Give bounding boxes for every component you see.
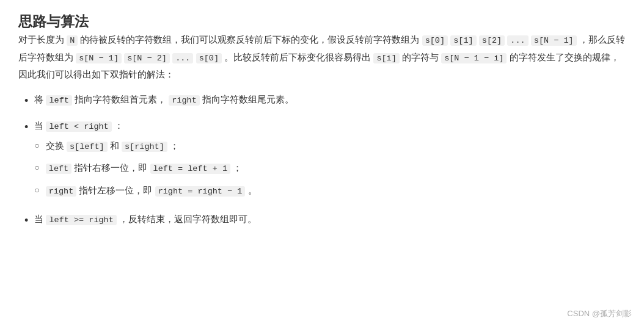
main-list: • 将 left 指向字符数组首元素， right 指向字符数组尾元素。 • 当… [18,91,626,231]
bullet-dot-2: • [24,117,28,137]
bullet-dot-3: • [24,210,28,231]
sub-dot-3: ○ [34,182,39,198]
code-right-eq: right = right − 1 [155,186,246,197]
code-sleft: s[left] [67,142,108,152]
code-dots2: ... [172,53,193,63]
code-si: s[i] [373,53,399,63]
page-container: 思路与算法 对于长度为 N 的待被反转的字符数组，我们可以观察反转前后下标的变化… [18,12,626,231]
footer-credit: CSDN @孤芳剑影 [567,308,632,319]
intro-paragraph: 对于长度为 N 的待被反转的字符数组，我们可以观察反转前后下标的变化，假设反转前… [18,31,626,84]
sub-list: ○ 交换 s[left] 和 s[right] ； ○ left 指针右移一位，… [34,137,626,200]
code-left-eq: left = left + 1 [150,164,231,174]
code-right-1: right [169,95,200,106]
bullet-item-3: • 当 left >= right ，反转结束，返回字符数组即可。 [24,211,626,231]
sub-item-3: ○ right 指针左移一位，即 right = right − 1 。 [34,182,626,200]
code-dots1: ... [507,35,528,46]
bullet-item-1: • 将 left 指向字符数组首元素， right 指向字符数组尾元素。 [24,91,626,111]
sub-dot-2: ○ [34,159,39,176]
sub-1-text: 交换 s[left] 和 s[right] ； [46,137,179,155]
bullet-3-text: 当 left >= right ，反转结束，返回字符数组即可。 [34,211,626,228]
sub-dot-1: ○ [34,137,39,154]
code-sright: s[right] [122,142,167,152]
code-s0-2: s[0] [196,53,222,63]
bullet-dot-1: • [24,90,28,111]
code-right-2: right [46,186,77,197]
sub-2-text: left 指针右移一位，即 left = left + 1 ； [46,159,242,177]
sub-item-1: ○ 交换 s[left] 和 s[right] ； [34,137,626,155]
code-left-1: left [46,95,71,106]
code-N: N [67,35,78,46]
code-sn-1: s[N − 1] [76,53,122,63]
code-s1: s[1] [450,35,476,46]
sub-item-2: ○ left 指针右移一位，即 left = left + 1 ； [34,159,626,177]
page-title: 思路与算法 [18,12,626,31]
code-s2: s[2] [479,35,505,46]
code-sn-2: s[N − 2] [124,53,170,63]
code-sn1: s[N − 1] [531,35,577,46]
bullet-item-2: • 当 left < right ： ○ 交换 s[left] 和 s[righ… [24,117,626,204]
code-sn1i: s[N − 1 − i] [441,53,507,63]
code-s0: s[0] [422,35,448,46]
code-left-2: left [46,164,71,174]
sub-3-text: right 指针左移一位，即 right = right − 1 。 [46,182,257,200]
code-left-ge-right: left >= right [46,215,116,225]
bullet-2-text: 当 left < right ： ○ 交换 s[left] 和 s[right]… [34,117,626,204]
bullet-1-text: 将 left 指向字符数组首元素， right 指向字符数组尾元素。 [34,91,626,109]
code-left-right: left < right [46,121,111,132]
